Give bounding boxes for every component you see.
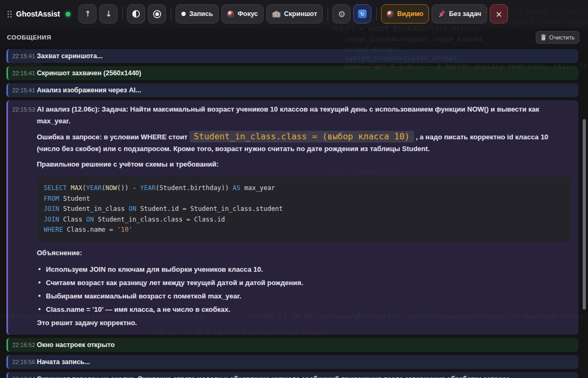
message-time: 22:15:41 — [12, 87, 35, 93]
ai-explain-header: Объяснение: — [37, 247, 571, 259]
clear-button[interactable]: Очистить — [536, 31, 579, 44]
message-time: 22:16:52 — [12, 342, 35, 348]
record-label: Запись — [189, 10, 213, 18]
log-row: 22:16:52Окно настроек открыто — [6, 338, 578, 352]
message-text: Анализ изображения через AI... — [37, 86, 141, 94]
ai-bullet-list: Используем JOIN по ключам для выборки уч… — [36, 263, 571, 316]
visible-eye-icon — [387, 11, 394, 18]
log-row: 22:16:56Начата запись... — [6, 355, 578, 369]
move-up-button[interactable]: ↑ — [78, 4, 97, 23]
toolbar-separator — [328, 7, 328, 20]
visibility-button[interactable]: Видимо — [381, 4, 429, 23]
message-time: 22:15:53 — [12, 104, 35, 113]
settings-button[interactable]: ⚙ — [332, 4, 351, 23]
ai-paragraph-error: Ошибка в запросе: в условии WHERE стоит … — [37, 131, 571, 155]
message-text: Захват скриншота... — [37, 52, 102, 60]
message-time: 22:15:41 — [12, 53, 35, 59]
messages-header: СООБЩЕНИЯ Очистить — [0, 28, 588, 47]
bullet-item: Используем JOIN по ключам для выборки уч… — [36, 263, 571, 276]
log-row: 22:15:41Скриншот захвачен (2560x1440) — [6, 66, 578, 80]
close-button[interactable]: × — [490, 4, 508, 23]
toolbar: GhostAssist ↑ ↓ Запись Фокус — [0, 0, 588, 28]
message-text: Окно настроек открыто — [37, 341, 115, 349]
focus-button[interactable]: Фокус — [221, 4, 264, 23]
arrow-up-icon: ↑ — [84, 9, 91, 19]
screenshot-label: Скриншот — [284, 10, 317, 18]
message-time: 22:15:41 — [12, 70, 35, 76]
camera-icon — [272, 11, 281, 18]
drag-handle-icon[interactable] — [7, 11, 12, 18]
arrow-down-icon: ↓ — [105, 9, 112, 19]
focus-label: Фокус — [237, 10, 258, 18]
sync-icon: ↻ — [358, 10, 367, 18]
move-down-button[interactable]: ↓ — [99, 4, 117, 23]
message-time: 22:16:56 — [12, 359, 35, 365]
toolbar-separator — [376, 7, 377, 20]
scrollbar-thumb[interactable] — [583, 119, 586, 310]
log-row: 22:17:04Скриншот передан на анализ. Ожид… — [6, 372, 578, 378]
message-time: 22:17:04 — [12, 376, 35, 378]
ghostassist-overlay: responses # Call gpt-4.1-mini Vision (op… — [0, 0, 588, 378]
toolbar-separator — [171, 7, 171, 20]
clear-label: Очистить — [549, 34, 575, 41]
log-row: 22:15:41Захват скриншота... — [6, 49, 578, 63]
no-tasks-label: Без задач — [449, 10, 481, 18]
ai-final-line: Это решит задачу корректно. — [37, 317, 571, 329]
trash-icon — [541, 34, 546, 41]
focus-eye-icon — [227, 11, 234, 18]
gear-icon: ⚙ — [338, 9, 345, 19]
toolbar-separator — [122, 7, 123, 20]
ai-paragraph-task: AI анализ (12.06с): Задача: Найти максим… — [37, 104, 571, 127]
log-row: 22:15:41Анализ изображения через AI... — [6, 83, 578, 97]
record-button[interactable]: Запись — [176, 4, 219, 23]
status-dot — [66, 12, 70, 17]
messages-list: 22:15:41Захват скриншота...22:15:41Скрин… — [0, 47, 588, 378]
bullet-item: Выбираем максимальный возраст с пометкой… — [36, 289, 571, 303]
bullet-item: Считаем возраст как разницу лет между те… — [36, 276, 571, 289]
app-title: GhostAssist — [16, 10, 60, 18]
inline-code: Student_in_class.class = (выбор класса 1… — [189, 131, 414, 143]
ai-message-body: AI анализ (12.06с): Задача: Найти максим… — [37, 104, 571, 333]
ai-analysis-message: 22:15:53 AI анализ (12.06с): Задача: Най… — [6, 100, 578, 335]
sync-button[interactable]: ↻ — [353, 4, 371, 23]
opacity-button[interactable] — [127, 4, 145, 23]
message-text: Скриншот захвачен (2560x1440) — [37, 69, 141, 77]
messages-title: СООБЩЕНИЯ — [7, 34, 51, 41]
no-tasks-button[interactable]: Без задач — [432, 4, 487, 23]
sql-code-block: SELECT MAX(YEAR(NOW()) - YEAR(Student.bi… — [37, 177, 571, 242]
visible-label: Видимо — [397, 10, 423, 18]
capture-mode-button[interactable] — [148, 4, 166, 23]
message-text: Начата запись... — [37, 358, 90, 366]
record-dot-icon — [181, 12, 186, 16]
pin-icon — [438, 10, 446, 18]
record-ring-icon — [153, 10, 162, 19]
message-text: Скриншот передан на анализ. Ожидание отв… — [37, 375, 512, 378]
ai-paragraph-solution: Правильное решение с учётом схемы и треб… — [37, 159, 571, 170]
screenshot-button[interactable]: Скриншот — [266, 4, 323, 23]
contrast-icon — [132, 10, 140, 18]
bullet-item: Class.name = '10' — имя класса, а не чис… — [36, 303, 571, 316]
close-icon: × — [495, 9, 502, 19]
